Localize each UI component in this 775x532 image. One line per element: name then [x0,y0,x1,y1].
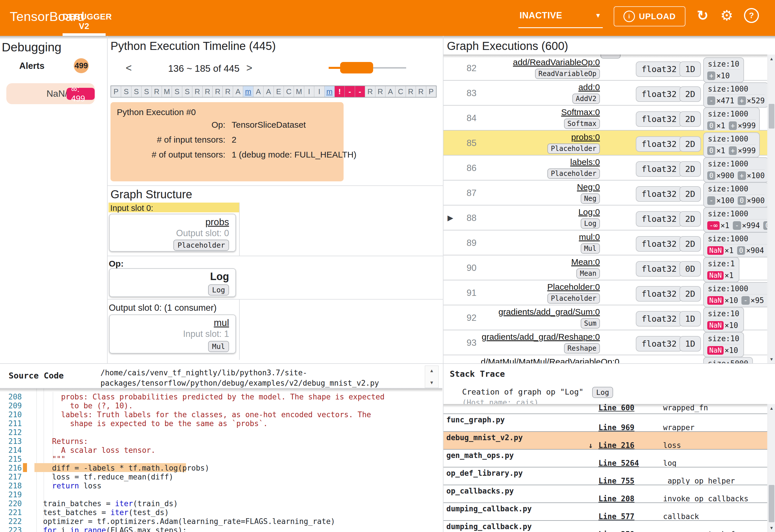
timeline-cell[interactable]: m [324,86,335,97]
graph-execution-row[interactable]: 87Neg:0Negfloat322Dsize:1000-×1000×900 [444,180,767,205]
tensor-name-link[interactable]: mul:0 [579,232,600,242]
graph-execution-row[interactable]: 89mul:0Mulfloat322Dsize:1000NaN×10×904+×… [444,230,767,255]
timeline-cell[interactable]: - [355,86,365,97]
timeline-cell[interactable]: R [152,86,162,97]
tensor-name-link[interactable]: add:0 [578,82,600,92]
timeline-cell[interactable]: P [426,86,436,97]
stack-frame-line-link[interactable]: Line 5264 [599,459,639,467]
timeline-cell[interactable]: S [141,86,151,97]
timeline-cell[interactable]: R [192,86,202,97]
scroll-down-icon[interactable]: ▼ [425,380,438,385]
scrollbar-thumb[interactable] [769,485,774,522]
timeline-cell[interactable]: A [233,86,243,97]
timeline-cell[interactable]: E [274,86,284,97]
run-status-value: INACTIVE [520,10,562,21]
stack-frame[interactable]: func_graph.pyLine 969wrapper [444,414,767,432]
timeline-cell[interactable]: S [172,86,182,97]
input-op-link[interactable]: probs [205,217,229,228]
graph-execution-row-partial[interactable]: d/MatMul/MatMul/ReadVariableOp:0size:500… [444,355,767,363]
tensor-name-link[interactable]: add/ReadVariableOp:0 [513,57,600,67]
timeline-cell[interactable]: S [121,86,131,97]
timeline-next-button[interactable]: > [246,62,252,74]
timeline-cell[interactable]: C [284,86,294,97]
graph-execution-row[interactable]: 92gradients/add_grad/Sum:0Sumfloat321Dsi… [444,305,767,330]
tensor-name-link[interactable]: gradients/add_grad/Reshape:0 [482,332,600,341]
graph-execution-row[interactable]: 91Placeholder:0Placeholderfloat322Dsize:… [444,280,767,305]
timeline-cell[interactable]: M [294,86,304,97]
timeline-slider[interactable] [329,60,406,75]
tensor-name-link[interactable]: Placeholder:0 [547,282,600,292]
tensor-name-link[interactable]: gradients/add_grad/Sum:0 [498,307,600,317]
run-status-select[interactable]: INACTIVE ▾ [518,8,603,24]
stack-frame[interactable]: debug_mnist_v2.py↓Line 216loss [444,432,767,450]
stack-frame[interactable]: op_callbacks.pyLine 208invoke_op_callbac… [444,485,767,503]
timeline-cell[interactable]: A [385,86,396,97]
stack-frame[interactable]: gen_math_ops.pyLine 5264log [444,450,767,467]
source-scroll-control[interactable]: ▲ ▼ [425,366,439,388]
timeline-cell[interactable]: R [416,86,426,97]
scroll-down-icon[interactable]: ▼ [768,525,775,530]
timeline-cell[interactable]: R [406,86,416,97]
timeline-cell[interactable]: R [375,86,385,97]
tensor-name-link[interactable]: Softmax:0 [561,107,600,117]
stack-trace-scrollbar[interactable]: ▲ ▼ [768,404,775,532]
stack-frame[interactable]: dumping_callback.pyLine 258_process_stac… [444,521,767,532]
tensor-name-link[interactable]: Mean:0 [571,257,600,267]
input-slot-label: Input slot 0: [110,203,153,213]
tab-debugger-v2[interactable]: DEBUGGER V2 [63,0,106,36]
timeline-cell[interactable]: - [345,86,355,97]
nan-inf-count-badge: ∞: 499 [67,88,95,100]
stack-frame-line-link[interactable]: Line 258 [599,530,634,532]
timeline-cell[interactable]: R [213,86,223,97]
graph-executions-scrollbar[interactable]: ▲ ▼ [768,55,775,363]
graph-execution-row[interactable]: 86labels:0Placeholderfloat322Dsize:10000… [444,156,767,180]
timeline-cell[interactable]: M [162,86,172,97]
stack-frame-line-link[interactable]: Line 208 [599,494,634,503]
scrollbar-thumb[interactable] [769,104,774,129]
nan-inf-alert-filter[interactable]: NaN/ ∞: 499 [6,83,95,104]
upload-button[interactable]: i UPLOAD [614,6,685,26]
tensor-name-link[interactable]: Log:0 [578,207,600,217]
graph-execution-row[interactable]: ▶88Log:0Logfloat322Dsize:1000-∞×1-×9940×… [444,205,767,230]
timeline-cell[interactable]: R [223,86,233,97]
stack-frame-line-link[interactable]: Line 577 [599,512,634,521]
graph-execution-row[interactable]: 90Mean:0Meanfloat320Dsize:1NaN×1 [444,255,767,280]
help-icon[interactable]: ? [743,7,760,24]
stack-frame[interactable]: dumping_callback.pyLine 577callback [444,503,767,521]
scroll-up-icon[interactable]: ▲ [425,368,438,373]
stack-frame-line-link[interactable]: Line 755 [599,477,634,485]
graph-execution-row[interactable]: 82add/ReadVariableOp:0ReadVariableOpfloa… [444,56,767,81]
timeline-cell[interactable]: I [304,86,314,97]
timeline-prev-button[interactable]: < [126,62,132,74]
timeline-cell[interactable]: A [263,86,273,97]
tab-label: DEBUGGER V2 [63,12,106,31]
scroll-up-icon[interactable]: ▲ [768,56,775,61]
stack-frame-line-link[interactable]: Line 216 [599,441,634,450]
timeline-cell[interactable]: R [365,86,375,97]
tensor-name-link[interactable]: Neg:0 [577,182,600,192]
graph-execution-row[interactable]: 85probs:0Placeholderfloat322Dsize:10000×… [444,131,767,156]
stack-frame-line-link[interactable]: Line 969 [599,423,634,432]
graph-execution-row[interactable]: 84Softmax:0Softmaxfloat322Dsize:10000×1+… [444,106,767,131]
timeline-cell[interactable]: S [182,86,192,97]
scroll-down-icon[interactable]: ▼ [768,357,775,362]
stack-frame[interactable]: op_def_library.pyLine 755_apply_op_helpe… [444,467,767,485]
graph-execution-row[interactable]: 83add:0AddV2float322Dsize:1000-×471+×529 [444,81,767,106]
consumer-op-link[interactable]: mul [214,317,229,328]
timeline-cell[interactable]: P [111,86,121,97]
tensor-name-link[interactable]: labels:0 [570,157,600,167]
scroll-up-icon[interactable]: ▲ [768,406,775,411]
timeline-cell[interactable]: R [203,86,213,97]
gear-icon[interactable]: ⚙ [718,7,735,24]
timeline-cell[interactable]: ! [335,86,345,97]
timeline-cell[interactable]: C [396,86,406,97]
timeline-cell[interactable]: m [243,86,253,97]
slider-thumb[interactable] [340,62,373,73]
timeline-cell[interactable]: I [314,86,324,97]
tensor-name-link[interactable]: probs:0 [571,132,600,142]
timeline-cell[interactable]: A [253,86,263,97]
tensor-name-link[interactable]: d/MatMul/MatMul/ReadVariableOp:0 [481,357,619,363]
timeline-cell[interactable]: S [131,86,141,97]
refresh-icon[interactable]: ↻ [694,7,711,24]
graph-execution-row[interactable]: 93gradients/add_grad/Reshape:0Reshapeflo… [444,330,767,355]
